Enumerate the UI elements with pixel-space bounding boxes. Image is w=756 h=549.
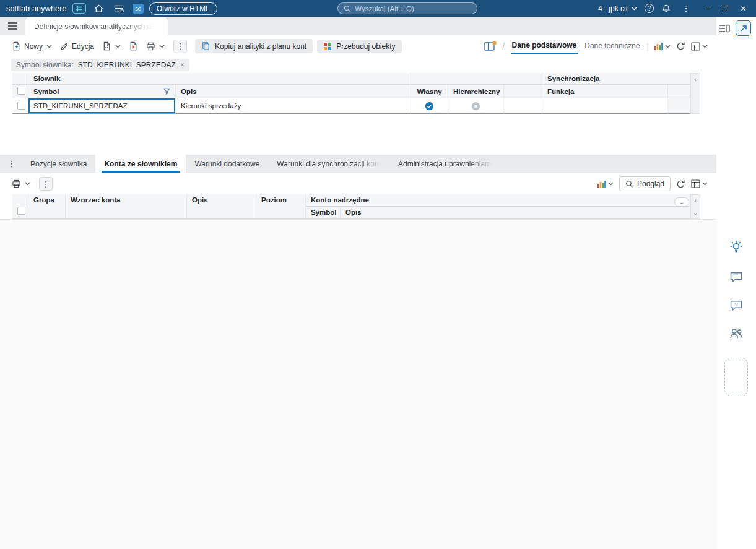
collapse-left-icon[interactable]: ‹ xyxy=(694,197,697,204)
edit-button[interactable]: Edycja xyxy=(57,40,97,53)
tab-dane-podstawowe[interactable]: Dane podstawowe xyxy=(511,38,578,54)
select-all-checkbox[interactable] xyxy=(17,207,25,215)
open-in-html-button[interactable]: Otwórz w HTML xyxy=(149,2,217,15)
global-search[interactable] xyxy=(337,2,477,14)
main-area: Definicje słowników analitycznych dla No… xyxy=(0,17,756,549)
col-header-parent-opis[interactable]: Opis xyxy=(341,207,690,219)
copy-analytics-button[interactable]: Kopiuj analityki z planu kont xyxy=(195,39,313,53)
detail-refresh-button[interactable] xyxy=(676,179,685,189)
app-grid-icon[interactable] xyxy=(72,3,86,14)
window-controls: – ✕ xyxy=(698,0,752,17)
layout-monitor-icon[interactable] xyxy=(484,41,497,51)
chevron-down-icon[interactable] xyxy=(46,45,52,48)
chevron-down-icon[interactable] xyxy=(702,45,708,48)
detail-grid-settings-button[interactable] xyxy=(691,179,708,188)
select-all-header[interactable] xyxy=(12,194,28,219)
hierarchiczny-cell xyxy=(448,98,504,114)
open-external-button[interactable] xyxy=(736,20,751,36)
panel-layout-icon[interactable] xyxy=(719,24,730,33)
edit-dropdown-button[interactable] xyxy=(99,39,124,53)
header-options-button[interactable]: ⌄ xyxy=(674,197,689,207)
tab-dane-techniczne[interactable]: Dane techniczne xyxy=(583,39,641,53)
col-header-symbol[interactable]: Symbol xyxy=(28,85,176,98)
col-header-parent-symbol[interactable]: Symbol xyxy=(306,207,341,219)
tab-administracja-uprawnieniami[interactable]: Administracja uprawnieniami xyxy=(389,155,502,173)
search-input[interactable] xyxy=(355,5,471,12)
dictionary-row[interactable]: STD_KIERUNKI_SPRZEDAZ Kierunki sprzedaży xyxy=(12,98,690,114)
app-window: softlab anywhere sc Otwórz w HTML 4 - jp… xyxy=(0,0,756,549)
tab-pozycje-slownika[interactable]: Pozycje słownika xyxy=(22,155,95,173)
help-chat-icon[interactable]: ? xyxy=(729,300,743,313)
header-spacer xyxy=(504,85,542,98)
select-all-checkbox[interactable] xyxy=(17,87,25,95)
detail-chart-button[interactable] xyxy=(597,180,614,188)
chart-view-button[interactable] xyxy=(654,42,671,50)
toolbar-more-kebab-icon[interactable]: ⋮ xyxy=(173,40,187,53)
home-icon[interactable] xyxy=(92,2,106,15)
people-icon[interactable] xyxy=(729,328,744,340)
delete-button[interactable] xyxy=(126,39,141,53)
tab-warunki-synchronizacji[interactable]: Warunki dla synchronizacji kont xyxy=(268,155,389,173)
idea-lightbulb-icon[interactable] xyxy=(729,240,744,256)
print-button[interactable] xyxy=(143,40,168,53)
scroll-down-icon[interactable]: ⌄ xyxy=(692,209,698,217)
col-header-funkcja[interactable]: Funkcja xyxy=(542,85,668,98)
copy-analytics-label: Kopiuj analityki z planu kont xyxy=(215,42,306,51)
col-header-opis[interactable]: Opis xyxy=(187,194,256,219)
col-header-grupa[interactable]: Grupa xyxy=(28,194,66,219)
row-checkbox-cell[interactable] xyxy=(12,98,28,114)
header-spacer xyxy=(668,85,690,98)
group-header-synchronizacja: Synchronizacja xyxy=(542,73,690,85)
chat-comment-icon[interactable] xyxy=(729,271,743,285)
tabs-kebab-icon[interactable]: ⋮ xyxy=(7,159,15,168)
dictionary-panel-collapse[interactable]: ‹ xyxy=(690,73,700,114)
row-checkbox[interactable] xyxy=(17,102,25,110)
preview-button[interactable]: Podgląd xyxy=(619,176,671,191)
document-tab[interactable]: Definicje słowników analitycznych dla xyxy=(25,17,168,35)
refresh-button[interactable] xyxy=(676,41,685,51)
filter-funnel-icon[interactable] xyxy=(163,88,170,95)
detail-print-button[interactable] xyxy=(9,177,33,191)
rebuild-objects-button[interactable]: Przebuduj obiekty xyxy=(317,40,401,53)
chevron-down-icon[interactable] xyxy=(25,182,30,186)
close-button[interactable]: ✕ xyxy=(734,0,752,17)
col-header-opis[interactable]: Opis xyxy=(176,85,411,98)
collapse-left-icon[interactable]: ‹ xyxy=(694,76,697,83)
slash-divider: / xyxy=(502,41,505,51)
help-icon[interactable]: ? xyxy=(645,4,654,13)
pencil-icon xyxy=(60,42,69,51)
accounts-panel-scrollbar[interactable]: ‹ ⌄ xyxy=(690,194,700,219)
notifications-bell-icon[interactable] xyxy=(659,2,674,15)
tab-konta-ze-slownikiem[interactable]: Konta ze słownikiem xyxy=(95,155,186,173)
col-header-hierarchiczny[interactable]: Hierarchiczny xyxy=(448,85,504,98)
minimize-button[interactable]: – xyxy=(698,0,716,17)
tab-label: Pozycje słownika xyxy=(30,160,87,168)
titlebar-kebab-icon[interactable]: ⋮ xyxy=(679,2,693,15)
context-selector[interactable]: 4 - jpk cit xyxy=(598,4,640,13)
chevron-down-icon[interactable] xyxy=(702,182,708,186)
sc-badge-icon[interactable]: sc xyxy=(133,4,144,14)
refresh-icon xyxy=(676,41,685,51)
symbol-edit-cell[interactable]: STD_KIERUNKI_SPRZEDAZ xyxy=(28,98,176,114)
chevron-down-icon[interactable] xyxy=(608,182,614,186)
new-button[interactable]: Nowy xyxy=(9,39,55,53)
tab-warunki-dodatkowe[interactable]: Warunki dodatkowe xyxy=(186,155,268,173)
task-list-icon[interactable] xyxy=(112,2,127,15)
chevron-down-icon[interactable] xyxy=(665,45,671,48)
titlebar-right: 4 - jpk cit ? ⋮ – ✕ xyxy=(598,0,752,17)
maximize-button[interactable] xyxy=(716,0,734,17)
menu-hamburger-icon[interactable] xyxy=(7,22,17,30)
chevron-down-icon[interactable] xyxy=(159,45,165,48)
grid-settings-button[interactable] xyxy=(691,42,708,51)
filter-chip[interactable]: Symbol słownika: STD_KIERUNKI_SPRZEDAZ ✕ xyxy=(11,59,189,71)
select-all-header[interactable] xyxy=(12,85,28,98)
filter-row: Symbol słownika: STD_KIERUNKI_SPRZEDAZ ✕ xyxy=(0,57,716,73)
col-header-wlasny[interactable]: Własny xyxy=(411,85,448,98)
accounts-grid: Grupa Wzorzec konta Opis Poziom Konto na… xyxy=(0,194,716,219)
col-header-poziom[interactable]: Poziom xyxy=(256,194,306,219)
context-label: 4 - jpk cit xyxy=(598,4,628,13)
detail-more-kebab-icon[interactable]: ⋮ xyxy=(39,177,53,191)
filter-chip-close-icon[interactable]: ✕ xyxy=(180,62,185,68)
chevron-down-icon[interactable] xyxy=(115,45,121,48)
col-header-wzorzec-konta[interactable]: Wzorzec konta xyxy=(66,194,187,219)
